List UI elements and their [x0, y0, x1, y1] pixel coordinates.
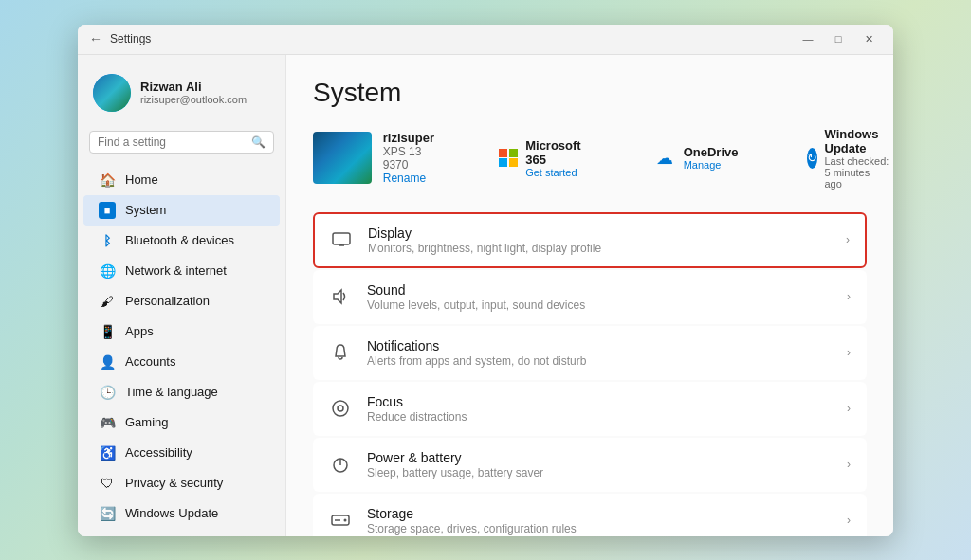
personalization-icon: 🖌	[99, 293, 116, 310]
search-box[interactable]: 🔍	[89, 131, 274, 154]
settings-item-notifications[interactable]: Notifications Alerts from apps and syste…	[313, 326, 867, 380]
sidebar-item-apps[interactable]: 📱 Apps	[83, 316, 280, 347]
onedrive-sub[interactable]: Manage	[684, 159, 739, 171]
winupdate-icon: ↻	[807, 148, 817, 169]
user-email: rizisuper@outlook.com	[140, 94, 247, 105]
focus-icon	[329, 397, 352, 420]
time-icon: 🕒	[99, 384, 116, 401]
svg-marker-3	[334, 290, 341, 303]
settings-item-storage[interactable]: Storage Storage space, drives, configura…	[313, 494, 867, 536]
user-name: Rizwan Ali	[140, 80, 247, 94]
user-profile[interactable]: Rizwan Ali rizisuper@outlook.com	[78, 66, 285, 127]
sidebar-item-home[interactable]: 🏠 Home	[83, 165, 280, 195]
onedrive-name: OneDrive	[684, 145, 739, 159]
sidebar-item-accessibility[interactable]: ♿ Accessibility	[83, 438, 280, 468]
sound-icon	[329, 285, 352, 308]
avatar-inner	[93, 74, 131, 112]
device-model: XPS 13 9370	[383, 145, 442, 172]
sidebar-item-apps-label: Apps	[125, 324, 154, 338]
sound-chevron: ›	[847, 290, 851, 303]
sidebar-item-personalization[interactable]: 🖌 Personalization	[83, 286, 280, 316]
svg-rect-0	[333, 233, 350, 244]
sidebar-item-network[interactable]: 🌐 Network & internet	[83, 256, 280, 286]
power-text: Power & battery Sleep, battery usage, ba…	[367, 450, 832, 479]
settings-item-sound[interactable]: Sound Volume levels, output, input, soun…	[313, 270, 867, 324]
user-info: Rizwan Ali rizisuper@outlook.com	[140, 80, 247, 105]
display-icon	[330, 228, 353, 251]
settings-window: ← Settings — □ ✕ Rizwan Ali rizisuper@ou…	[78, 25, 893, 536]
storage-title: Storage	[367, 506, 832, 521]
display-sub: Monitors, brightness, night light, displ…	[368, 242, 831, 255]
display-text: Display Monitors, brightness, night ligh…	[368, 226, 831, 255]
svg-point-5	[338, 406, 343, 411]
storage-text: Storage Storage space, drives, configura…	[367, 506, 832, 535]
settings-item-power[interactable]: Power & battery Sleep, battery usage, ba…	[313, 438, 867, 492]
sidebar-item-privacy[interactable]: 🛡 Privacy & security	[83, 468, 280, 498]
titlebar-title: Settings	[110, 32, 151, 45]
notifications-chevron: ›	[847, 346, 851, 359]
display-chevron: ›	[846, 233, 850, 246]
settings-item-display[interactable]: Display Monitors, brightness, night ligh…	[313, 212, 867, 268]
ms365-sub[interactable]: Get started	[525, 167, 585, 178]
settings-item-focus[interactable]: Focus Reduce distractions ›	[313, 382, 867, 436]
svg-point-4	[333, 401, 348, 416]
focus-text: Focus Reduce distractions	[367, 394, 832, 424]
sidebar-item-time-label: Time & language	[125, 385, 218, 399]
device-rename-link[interactable]: Rename	[383, 172, 442, 185]
notifications-text: Notifications Alerts from apps and syste…	[367, 338, 832, 368]
sidebar-item-gaming[interactable]: 🎮 Gaming	[83, 407, 280, 438]
winupdate-card-sub: Last checked: 5 minutes ago	[825, 155, 889, 190]
gaming-icon: 🎮	[99, 414, 116, 431]
notifications-title: Notifications	[367, 338, 832, 353]
sidebar-item-privacy-label: Privacy & security	[125, 476, 223, 490]
search-icon: 🔍	[251, 135, 266, 149]
minimize-button[interactable]: —	[795, 29, 821, 48]
sidebar-item-accessibility-label: Accessibility	[125, 445, 192, 460]
back-button[interactable]: ←	[89, 31, 102, 46]
ms365-name: Microsoft 365	[525, 138, 585, 167]
notifications-icon	[329, 341, 352, 364]
sidebar-item-personalization-label: Personalization	[125, 294, 210, 308]
winupdate-card-info: Windows Update Last checked: 5 minutes a…	[825, 127, 889, 190]
titlebar: ← Settings — □ ✕	[78, 25, 893, 55]
page-title: System	[313, 78, 867, 108]
sidebar-item-bluetooth[interactable]: ᛒ Bluetooth & devices	[83, 226, 280, 256]
privacy-icon: 🛡	[99, 475, 116, 492]
ms365-card[interactable]: Microsoft 365 Get started	[487, 138, 596, 178]
home-icon: 🏠	[99, 172, 116, 189]
network-icon: 🌐	[99, 262, 116, 280]
sound-sub: Volume levels, output, input, sound devi…	[367, 298, 832, 312]
sidebar-item-winupdate[interactable]: 🔄 Windows Update	[83, 498, 280, 529]
accessibility-icon: ♿	[99, 444, 116, 461]
avatar	[93, 74, 131, 112]
device-card[interactable]: rizisuper XPS 13 9370 Rename	[313, 131, 442, 185]
sidebar-item-bluetooth-label: Bluetooth & devices	[125, 233, 234, 247]
display-title: Display	[368, 226, 831, 241]
bluetooth-icon: ᛒ	[99, 232, 116, 249]
sound-text: Sound Volume levels, output, input, soun…	[367, 282, 832, 312]
accounts-icon: 👤	[99, 353, 116, 370]
titlebar-controls: — □ ✕	[795, 29, 882, 48]
sidebar-item-time[interactable]: 🕒 Time & language	[83, 377, 280, 407]
sidebar-item-system[interactable]: ■ System	[83, 195, 280, 226]
power-title: Power & battery	[367, 450, 832, 465]
sidebar-item-system-label: System	[125, 203, 166, 217]
ms365-info: Microsoft 365 Get started	[525, 138, 585, 178]
winupdate-sidebar-icon: 🔄	[99, 505, 116, 522]
onedrive-card[interactable]: ☁ OneDrive Manage	[642, 145, 750, 171]
main-content: System rizisuper XPS 13 9370 Rename	[286, 55, 893, 536]
ms365-icon	[499, 147, 518, 170]
close-button[interactable]: ✕	[855, 29, 882, 48]
apps-icon: 📱	[99, 323, 116, 340]
maximize-button[interactable]: □	[825, 29, 852, 48]
sidebar-item-accounts[interactable]: 👤 Accounts	[83, 347, 280, 377]
power-icon	[329, 453, 352, 476]
system-icon: ■	[99, 202, 116, 219]
winupdate-card[interactable]: ↻ Windows Update Last checked: 5 minutes…	[796, 127, 894, 190]
sidebar-item-winupdate-label: Windows Update	[125, 506, 218, 520]
device-thumbnail	[313, 132, 372, 184]
sidebar-item-home-label: Home	[125, 172, 158, 187]
onedrive-info: OneDrive Manage	[684, 145, 739, 171]
device-info: rizisuper XPS 13 9370 Rename	[383, 131, 442, 185]
search-input[interactable]	[98, 135, 246, 149]
